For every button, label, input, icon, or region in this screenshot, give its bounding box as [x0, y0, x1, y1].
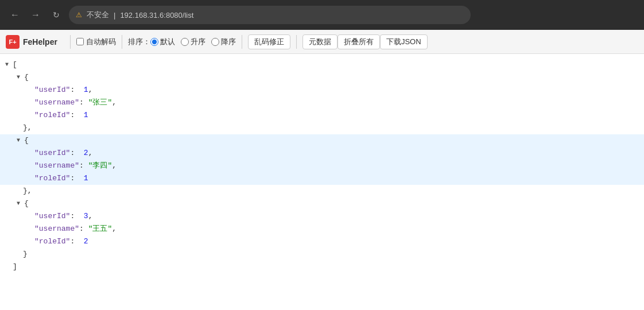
item1-roleid-key: "roleId" [34, 109, 70, 122]
divider-4 [296, 35, 297, 49]
item3-roleid-colon: : [70, 235, 83, 248]
item1-username-key: "username" [34, 96, 79, 109]
item2-userid-comma: , [88, 147, 93, 160]
url-separator: | [114, 11, 115, 20]
sort-desc-radio[interactable] [211, 38, 219, 46]
auto-decode-label: 自动解码 [86, 37, 116, 47]
browser-chrome: ← → ↻ ⚠ 不安全 | 192.168.31.6:8080/list [0, 0, 644, 30]
item3-userid-key: "userId" [34, 210, 70, 223]
fix-encoding-button[interactable]: 乱码修正 [248, 34, 290, 49]
root-bracket-open: [ [13, 59, 17, 71]
auto-decode-checkbox-label[interactable]: 自动解码 [76, 37, 116, 47]
item3-username-key: "username" [34, 223, 79, 235]
item1-toggle[interactable] [14, 73, 23, 82]
item2-username-colon: : [79, 160, 88, 172]
sort-asc-text: 升序 [191, 37, 205, 47]
item3-username-comma: , [112, 223, 117, 235]
item3-roleid-key: "roleId" [34, 235, 70, 248]
item1-userid-colon: : [70, 84, 83, 96]
item2-userid-line: "userId" : 2 , [0, 147, 644, 160]
sort-desc-label[interactable]: 降序 [211, 37, 236, 47]
fehelper-toolbar: F+ FeHelper 自动解码 排序： 默认 升序 降序 乱码修正 元数据 折… [0, 30, 644, 54]
meta-button[interactable]: 元数据 [302, 34, 337, 49]
item1-username-comma: , [112, 96, 117, 109]
sort-default-label[interactable]: 默认 [150, 37, 175, 47]
item3-brace-close: } [23, 248, 28, 261]
fehelper-logo: F+ FeHelper [6, 35, 57, 49]
sort-default-text: 默认 [160, 37, 175, 47]
forward-button[interactable]: → [28, 7, 44, 23]
json-root-open: [ [0, 59, 644, 71]
logo-icon: F+ [6, 35, 20, 49]
item3-open-line: { [0, 197, 644, 210]
json-content: [ { "userId" : 1 , "username" : "张三" , "… [0, 54, 644, 310]
item3-userid-colon: : [70, 210, 83, 223]
root-bracket-close: ] [13, 261, 17, 273]
download-json-button[interactable]: 下载JSON [380, 34, 428, 49]
item1-close-line: }, [0, 122, 644, 134]
divider-1 [70, 35, 71, 49]
insecure-label: 不安全 [87, 10, 109, 20]
item1-userid-line: "userId" : 1 , [0, 84, 644, 96]
item2-roleid-key: "roleId" [34, 172, 70, 185]
root-toggle[interactable] [2, 60, 11, 69]
item1-brace-close: }, [23, 122, 32, 134]
insecure-icon: ⚠ [76, 11, 82, 19]
item1-open-line: { [0, 71, 644, 84]
item2-brace-open: { [24, 134, 29, 147]
item2-userid-value: 2 [84, 147, 88, 160]
item1-username-value: "张三" [88, 96, 112, 109]
collapse-all-button[interactable]: 折叠所有 [337, 34, 380, 49]
item3-roleid-line: "roleId" : 2 [0, 235, 644, 248]
item3-toggle[interactable] [14, 199, 23, 208]
item1-userid-comma: , [88, 84, 93, 96]
sort-radio-group: 默认 升序 降序 [150, 37, 236, 47]
logo-icon-text: F+ [9, 38, 16, 45]
item3-username-colon: : [79, 223, 88, 235]
item3-userid-line: "userId" : 3 , [0, 210, 644, 223]
item2-close-line: }, [0, 185, 644, 197]
divider-3 [242, 35, 242, 49]
item2-username-comma: , [112, 160, 117, 172]
item1-username-line: "username" : "张三" , [0, 96, 644, 109]
item2-open-line: { [0, 134, 644, 147]
item2-toggle[interactable] [14, 136, 23, 145]
item3-username-line: "username" : "王五" , [0, 223, 644, 235]
item3-close-line: } [0, 248, 644, 261]
item2-roleid-line: "roleId" : 1 [0, 172, 644, 185]
auto-decode-checkbox[interactable] [76, 38, 84, 45]
item1-roleid-line: "roleId" : 1 [0, 109, 644, 122]
sort-asc-label[interactable]: 升序 [181, 37, 205, 47]
item2-userid-key: "userId" [34, 147, 70, 160]
item2-username-value: "李四" [88, 160, 112, 172]
sort-default-radio[interactable] [150, 38, 158, 46]
item3-username-value: "王五" [88, 223, 112, 235]
item1-roleid-colon: : [70, 109, 83, 122]
item1-brace-open: { [24, 71, 29, 84]
item1-userid-key: "userId" [34, 84, 70, 96]
item1-username-colon: : [79, 96, 88, 109]
refresh-button[interactable]: ↻ [48, 7, 64, 23]
sort-desc-text: 降序 [221, 37, 236, 47]
divider-2 [122, 35, 122, 49]
json-root-close: ] [0, 261, 644, 273]
item2-roleid-value: 1 [84, 172, 88, 185]
item3-brace-open: { [24, 197, 29, 210]
item1-roleid-value: 1 [84, 109, 88, 122]
sort-asc-radio[interactable] [181, 38, 189, 46]
item2-username-key: "username" [34, 160, 79, 172]
logo-text: FeHelper [23, 37, 57, 46]
item3-userid-value: 3 [84, 210, 88, 223]
address-bar[interactable]: ⚠ 不安全 | 192.168.31.6:8080/list [69, 6, 471, 24]
item2-userid-colon: : [70, 147, 83, 160]
sort-label: 排序： [128, 37, 150, 47]
item1-userid-value: 1 [84, 84, 88, 96]
item2-roleid-colon: : [70, 172, 83, 185]
url-text: 192.168.31.6:8080/list [120, 11, 193, 20]
item2-brace-close: }, [23, 185, 32, 197]
item3-roleid-value: 2 [84, 235, 88, 248]
back-button[interactable]: ← [7, 7, 23, 23]
item3-userid-comma: , [88, 210, 93, 223]
item2-username-line: "username" : "李四" , [0, 160, 644, 172]
